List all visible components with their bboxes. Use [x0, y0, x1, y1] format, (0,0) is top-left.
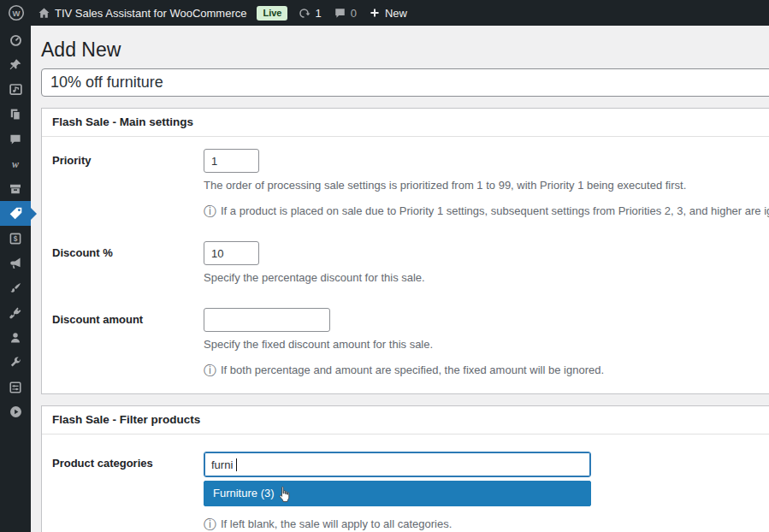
site-name: TIV Sales Assistant for WooCommerce	[55, 7, 246, 20]
product-categories-note: ⓘ If left blank, the sale will apply to …	[204, 517, 769, 530]
sidebar-item-users[interactable]	[0, 325, 31, 350]
woocommerce-icon: w	[8, 157, 23, 171]
new-label: New	[385, 7, 407, 20]
sidebar-item-comments[interactable]	[0, 127, 31, 151]
dashboard-icon	[9, 33, 23, 47]
info-icon: ⓘ	[204, 517, 216, 530]
category-search-input[interactable]	[204, 452, 591, 477]
users-icon	[9, 331, 22, 345]
panel-main-settings-header[interactable]: Flash Sale - Main settings	[42, 109, 769, 137]
sidebar-item-products[interactable]	[0, 176, 31, 201]
discount-amount-note: ⓘ If both percentage and amount are spec…	[204, 364, 769, 376]
discount-amount-field: Specify the fixed discount amount for th…	[204, 308, 769, 376]
sidebar-item-plugins[interactable]	[0, 300, 31, 325]
discount-percent-description: Specify the percentage discount for this…	[204, 271, 769, 284]
sidebar-item-posts[interactable]	[0, 52, 31, 77]
sidebar-item-settings[interactable]	[0, 375, 31, 399]
sidebar-item-tools[interactable]	[0, 350, 31, 375]
category-option-furniture[interactable]: Furniture (3)	[204, 482, 590, 505]
posts-pin-icon	[9, 58, 22, 72]
pages-icon	[9, 108, 22, 121]
sidebar-item-dashboard[interactable]	[0, 27, 31, 52]
svg-text:W: W	[13, 9, 21, 18]
discount-amount-description: Specify the fixed discount amount for th…	[204, 338, 769, 351]
priority-row: Priority The order of processing sale se…	[52, 149, 769, 217]
discount-percent-input[interactable]	[204, 241, 259, 265]
product-categories-row: Product categories Furniture (3)	[52, 452, 769, 530]
sidebar-item-appearance[interactable]	[0, 275, 31, 300]
comment-count: 0	[351, 7, 357, 20]
sidebar-item-sales-assistant[interactable]	[0, 201, 31, 226]
category-suggestions-dropdown: Furniture (3)	[204, 481, 591, 506]
mouse-hand-cursor	[278, 486, 291, 505]
sidebar-item-payments[interactable]: $	[0, 226, 31, 251]
sales-tag-icon	[9, 206, 23, 221]
svg-text:$: $	[14, 234, 18, 243]
sale-title-input[interactable]	[41, 68, 769, 97]
product-categories-label: Product categories	[52, 452, 204, 530]
settings-sliders-icon	[9, 381, 22, 394]
products-box-icon	[9, 182, 22, 196]
plugins-plug-icon	[9, 306, 22, 320]
plus-icon	[369, 7, 381, 19]
discount-percent-label: Discount %	[52, 241, 204, 284]
main-content: Add New Flash Sale - Main settings Prior…	[31, 26, 769, 532]
active-item-arrow	[31, 208, 37, 220]
wordpress-logo-icon[interactable]: W	[0, 0, 32, 26]
admin-sidebar: w $	[0, 26, 31, 532]
discount-amount-label: Discount amount	[52, 308, 204, 376]
sidebar-item-woocommerce[interactable]: w	[0, 151, 31, 176]
update-count: 1	[315, 7, 321, 20]
product-categories-field: Furniture (3) ⓘ If left blank, the sale …	[204, 452, 769, 530]
comments-menu[interactable]: 0	[328, 0, 363, 26]
sidebar-item-marketing[interactable]	[0, 251, 31, 275]
page-title: Add New	[41, 38, 769, 68]
discount-amount-row: Discount amount Specify the fixed discou…	[52, 308, 769, 376]
panel-filter-products-header[interactable]: Flash Sale - Filter products	[42, 406, 769, 434]
priority-description: The order of processing sale settings is…	[204, 179, 769, 192]
svg-text:w: w	[12, 158, 20, 170]
priority-label: Priority	[52, 149, 204, 217]
home-icon	[38, 7, 50, 20]
priority-field: The order of processing sale settings is…	[204, 149, 769, 217]
video-play-icon	[9, 405, 23, 419]
discount-percent-field: Specify the percentage discount for this…	[204, 241, 769, 284]
text-caret	[236, 458, 237, 471]
info-icon: ⓘ	[204, 364, 216, 376]
updates-menu[interactable]: 1	[292, 0, 327, 26]
live-badge[interactable]: Live	[257, 6, 287, 21]
sidebar-item-pages[interactable]	[0, 102, 31, 127]
marketing-megaphone-icon	[9, 256, 23, 270]
panel-main-settings: Flash Sale - Main settings Priority The …	[41, 108, 769, 394]
payments-icon: $	[9, 232, 22, 245]
info-icon: ⓘ	[204, 204, 216, 217]
discount-percent-row: Discount % Specify the percentage discou…	[52, 241, 769, 284]
appearance-brush-icon	[9, 281, 22, 295]
admin-top-bar: W TIV Sales Assistant for WooCommerce Li…	[0, 0, 769, 26]
panel-filter-products: Flash Sale - Filter products Product cat…	[41, 405, 769, 532]
tools-wrench-icon	[9, 356, 22, 369]
new-content-menu[interactable]: New	[363, 0, 413, 26]
update-icon	[298, 7, 311, 20]
priority-note: ⓘ If a product is placed on sale due to …	[204, 204, 769, 217]
sidebar-item-media[interactable]	[0, 77, 31, 102]
category-search-wrap	[204, 452, 591, 477]
comment-bubble-icon	[334, 7, 346, 20]
comments-icon	[9, 133, 22, 146]
priority-input[interactable]	[204, 149, 259, 173]
panel-main-settings-body: Priority The order of processing sale se…	[42, 149, 769, 393]
site-home-link[interactable]: TIV Sales Assistant for WooCommerce	[32, 0, 252, 26]
panel-filter-products-body: Product categories Furniture (3)	[42, 452, 769, 532]
media-icon	[9, 82, 23, 97]
sidebar-item-video[interactable]	[0, 399, 31, 424]
discount-amount-input[interactable]	[204, 308, 330, 332]
